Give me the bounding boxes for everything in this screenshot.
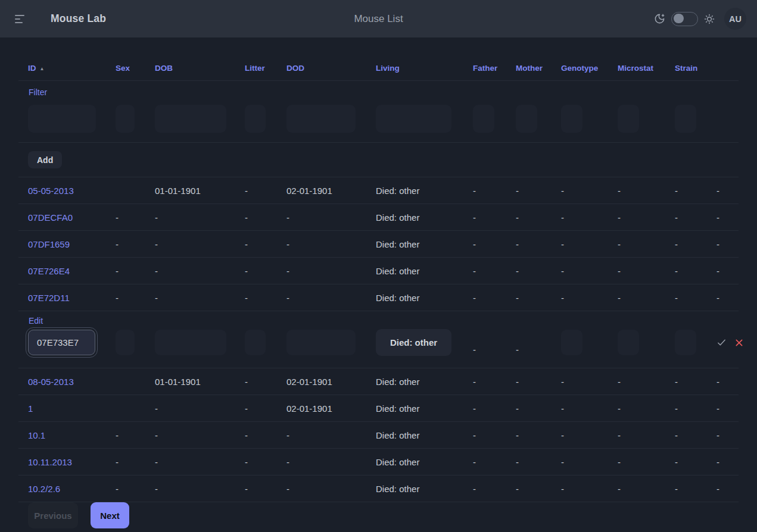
confirm-check-icon[interactable] <box>716 337 727 348</box>
toggle-knob <box>674 14 684 24</box>
cancel-x-icon[interactable] <box>734 338 744 348</box>
cell-strain: - <box>665 266 707 276</box>
filter-input-genotype[interactable] <box>561 105 582 133</box>
cell-mother: - <box>506 403 552 414</box>
cell-dod: - <box>277 457 366 467</box>
cell-id[interactable]: 10.2/2.6 <box>18 484 106 494</box>
cell-litter: - <box>235 266 277 276</box>
column-header-id[interactable]: ID▲ <box>18 64 106 73</box>
column-header-mother[interactable]: Mother <box>506 64 552 73</box>
cell-litter: - <box>235 484 277 494</box>
table-row: 08-05-2013 01-01-1901 - 02-01-1901 Died:… <box>18 368 739 395</box>
cell-living: Died: other <box>366 212 463 223</box>
cell-father: - <box>463 186 506 196</box>
filter-input-living[interactable] <box>376 105 451 133</box>
cell-id[interactable]: 1 <box>18 403 106 414</box>
column-header-father[interactable]: Father <box>463 64 506 73</box>
table-row: 10.1 - - - - Died: other - - - - - - <box>18 422 739 449</box>
cell-actions: - <box>707 403 739 414</box>
filter-input-father[interactable] <box>473 105 494 133</box>
edit-mother-value: - <box>506 345 552 355</box>
cell-genotype: - <box>552 212 608 223</box>
column-header-litter[interactable]: Litter <box>235 64 277 73</box>
filter-input-dod[interactable] <box>286 105 356 133</box>
filter-input-sex[interactable] <box>116 105 135 133</box>
cell-father: - <box>463 403 506 414</box>
cell-id[interactable]: 07E726E4 <box>18 266 106 276</box>
cell-genotype: - <box>552 186 608 196</box>
column-header-dod[interactable]: DOD <box>277 64 366 73</box>
edit-input-microstat[interactable] <box>618 330 639 355</box>
cell-id[interactable]: 05-05-2013 <box>18 186 106 196</box>
cell-id[interactable]: 08-05-2013 <box>18 377 106 387</box>
pagination: Previous Next <box>18 502 739 528</box>
cell-living: Died: other <box>366 239 463 249</box>
column-header-microstat[interactable]: Microstat <box>608 64 665 73</box>
cell-dob: - <box>145 293 235 303</box>
cell-id[interactable]: 07DF1659 <box>18 239 106 249</box>
filter-input-dob[interactable] <box>155 105 226 133</box>
cell-actions: - <box>707 186 739 196</box>
cell-strain: - <box>665 186 707 196</box>
avatar[interactable]: AU <box>724 8 746 30</box>
cell-mother: - <box>506 457 552 467</box>
column-header-genotype[interactable]: Genotype <box>552 64 608 73</box>
cell-living: Died: other <box>366 403 463 414</box>
cell-father: - <box>463 212 506 223</box>
cell-living: Died: other <box>366 457 463 467</box>
edit-input-dod[interactable] <box>286 330 356 355</box>
table-row: 07DF1659 - - - - Died: other - - - - - - <box>18 231 739 258</box>
cell-litter: - <box>235 377 277 387</box>
cell-microstat: - <box>608 186 665 196</box>
theme-toggle[interactable] <box>671 12 698 26</box>
cell-strain: - <box>665 377 707 387</box>
edit-living-button[interactable]: Died: other <box>376 329 451 356</box>
edit-input-genotype[interactable] <box>561 330 582 355</box>
previous-button[interactable]: Previous <box>28 502 78 528</box>
cell-sex: - <box>106 430 145 440</box>
cell-dod: - <box>277 212 366 223</box>
edit-actions <box>707 337 744 348</box>
cell-mother: - <box>506 239 552 249</box>
next-button[interactable]: Next <box>91 502 129 528</box>
sun-icon <box>704 14 715 24</box>
column-header-sex[interactable]: Sex <box>106 64 145 73</box>
cell-microstat: - <box>608 293 665 303</box>
edit-input-sex[interactable] <box>116 330 135 355</box>
edit-input-id[interactable]: 07E733E7 <box>28 330 95 355</box>
column-header-dob[interactable]: DOB <box>145 64 235 73</box>
cell-father: - <box>463 377 506 387</box>
column-header-strain[interactable]: Strain <box>665 64 707 73</box>
edit-input-dob[interactable] <box>155 330 226 355</box>
cell-litter: - <box>235 186 277 196</box>
cell-strain: - <box>665 239 707 249</box>
cell-id[interactable]: 10.11.2013 <box>18 457 106 467</box>
cell-father: - <box>463 239 506 249</box>
filter-input-microstat[interactable] <box>618 105 639 133</box>
edit-input-strain[interactable] <box>675 330 696 355</box>
cell-dod: 02-01-1901 <box>277 186 366 196</box>
cell-actions: - <box>707 377 739 387</box>
cell-genotype: - <box>552 293 608 303</box>
filter-input-litter[interactable] <box>245 105 266 133</box>
add-button[interactable]: Add <box>28 151 62 168</box>
cell-living: Died: other <box>366 266 463 276</box>
cell-genotype: - <box>552 266 608 276</box>
filter-input-mother[interactable] <box>516 105 537 133</box>
cell-microstat: - <box>608 212 665 223</box>
filter-input-strain[interactable] <box>675 105 696 133</box>
sort-asc-icon: ▲ <box>40 66 45 71</box>
cell-litter: - <box>235 212 277 223</box>
cell-sex: - <box>106 266 145 276</box>
cell-litter: - <box>235 403 277 414</box>
filter-input-id[interactable] <box>28 105 96 133</box>
cell-dob: - <box>145 239 235 249</box>
cell-id[interactable]: 07DECFA0 <box>18 212 106 223</box>
cell-id[interactable]: 10.1 <box>18 430 106 440</box>
cell-microstat: - <box>608 403 665 414</box>
menu-icon[interactable] <box>11 9 31 29</box>
cell-dod: - <box>277 239 366 249</box>
cell-id[interactable]: 07E72D11 <box>18 293 106 303</box>
column-header-living[interactable]: Living <box>366 64 463 73</box>
edit-input-litter[interactable] <box>245 330 266 355</box>
